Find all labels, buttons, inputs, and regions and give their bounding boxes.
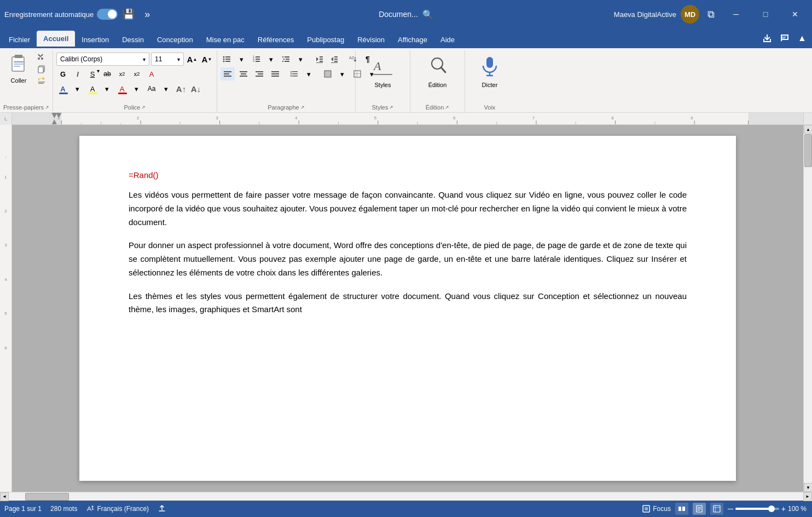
search-icon[interactable]: 🔍 [422, 9, 433, 20]
document-title[interactable]: Documen... [379, 10, 418, 19]
paragraph-2[interactable]: Pour donner un aspect professionnel à vo… [129, 239, 687, 279]
close-button[interactable]: ✕ [782, 0, 808, 28]
numbered-list-btn[interactable]: 1.2.3. [250, 53, 263, 66]
focus-mode[interactable]: Focus [642, 504, 671, 513]
read-mode-btn[interactable] [675, 503, 688, 515]
underline-button[interactable]: S [86, 67, 99, 81]
horizontal-scrollbar[interactable]: ◄ ► [0, 492, 812, 501]
tab-dessin[interactable]: Dessin [115, 31, 150, 48]
styles-button[interactable]: A Styles [366, 53, 399, 90]
tab-mise-en-page[interactable]: Mise en pac [200, 31, 251, 48]
scroll-track[interactable] [804, 134, 812, 483]
tab-references[interactable]: Références [251, 31, 300, 48]
language-indicator[interactable]: Français (France) [86, 504, 149, 513]
increase-font-btn[interactable]: A▲ [185, 53, 199, 66]
reproduire-format-button[interactable] [35, 76, 48, 87]
decrease-font-btn[interactable]: A▼ [200, 53, 213, 66]
decrease-indent-btn[interactable] [313, 53, 326, 66]
highlight-dropdown[interactable]: ▾ [101, 82, 114, 95]
tab-publipostage[interactable]: Publipostag [300, 31, 351, 48]
scroll-up-btn[interactable]: ▲ [804, 125, 812, 134]
page-info[interactable]: Page 1 sur 1 [4, 505, 42, 513]
hscroll-left-btn[interactable]: ◄ [0, 492, 9, 501]
word-count[interactable]: 280 mots [50, 505, 77, 513]
restore-window-icon[interactable]: ⧉ [704, 7, 719, 22]
para-expand-icon[interactable]: ↗ [300, 105, 305, 110]
zoom-plus[interactable]: + [781, 504, 786, 513]
text-color-btn2[interactable]: A [115, 82, 129, 95]
font-color-btn[interactable]: A [56, 82, 69, 95]
hscroll-track[interactable] [9, 492, 803, 501]
multilevel-dropdown[interactable]: ▾ [294, 53, 308, 66]
line-spacing-dropdown[interactable]: ▾ [303, 67, 316, 81]
change-case-dropdown[interactable]: ▾ [160, 82, 173, 95]
coller-button[interactable]: Coller [4, 51, 33, 86]
italic-button[interactable]: I [71, 67, 84, 81]
user-name[interactable]: Maeva DigitalActive [614, 10, 676, 19]
bullet-list-dropdown[interactable]: ▾ [235, 53, 248, 66]
superscript-button[interactable]: x2 [130, 67, 143, 81]
tab-insertion[interactable]: Insertion [75, 31, 115, 48]
subscript-button[interactable]: x2 [115, 67, 129, 81]
edition-button[interactable]: Édition [421, 53, 454, 90]
copier-button[interactable] [35, 64, 48, 74]
tab-accueil[interactable]: Accueil [37, 31, 75, 48]
clipboard-expand-icon[interactable]: ↗ [45, 105, 49, 110]
tab-fichier[interactable]: Fichier [2, 31, 37, 48]
upload-status[interactable] [158, 504, 166, 513]
align-center-btn[interactable] [236, 67, 251, 81]
shading-dropdown[interactable]: ▾ [336, 67, 349, 81]
hscroll-thumb[interactable] [25, 493, 69, 501]
text-color-dropdown2[interactable]: ▾ [130, 82, 143, 95]
scroll-thumb[interactable] [804, 134, 812, 167]
align-left-btn[interactable] [221, 67, 235, 81]
change-case-btn[interactable]: Aa [145, 82, 158, 95]
bullet-list-btn[interactable] [221, 53, 234, 66]
tab-affichage[interactable]: Affichage [391, 31, 434, 48]
tab-revision[interactable]: Révision [351, 31, 391, 48]
avatar[interactable]: MD [681, 5, 699, 24]
increase-indent-btn[interactable] [328, 53, 341, 66]
more-commands-icon[interactable]: » [140, 7, 155, 22]
autosave-toggle[interactable] [97, 9, 118, 20]
paragraph-1[interactable]: Les vidéos vous permettent de faire pass… [129, 188, 687, 229]
document-page[interactable]: =Rand() Les vidéos vous permettent de fa… [79, 136, 736, 481]
dicter-button[interactable]: Dicter [473, 53, 506, 90]
grow-font-btn[interactable]: A↑ [175, 82, 188, 95]
tab-conception[interactable]: Conception [150, 31, 200, 48]
zoom-minus[interactable]: ─ [728, 504, 733, 513]
zoom-thumb[interactable] [768, 505, 775, 512]
highlight-btn[interactable]: A [86, 82, 99, 95]
font-name-dropdown[interactable]: Calibri (Corps) [56, 53, 149, 66]
hscroll-right-btn[interactable]: ► [803, 492, 812, 501]
maximize-button[interactable]: □ [753, 0, 778, 28]
clear-format-btn[interactable]: A [145, 67, 158, 81]
paragraph-3[interactable]: Les thèmes et les styles vous permettent… [129, 290, 687, 317]
collapse-ribbon-icon[interactable]: ▲ [794, 31, 810, 46]
save-icon[interactable]: 💾 [121, 7, 136, 22]
strikethrough-button[interactable]: ab [101, 67, 114, 81]
styles-expand-icon[interactable]: ↗ [389, 105, 393, 110]
vertical-scrollbar[interactable]: ▲ ▼ [803, 125, 812, 492]
align-right-btn[interactable] [252, 67, 266, 81]
minimize-button[interactable]: ─ [723, 0, 749, 28]
share-icon[interactable] [759, 31, 775, 46]
line-spacing-btn[interactable] [288, 67, 301, 81]
justify-btn[interactable] [268, 67, 282, 81]
ruler-corner[interactable]: L [0, 113, 12, 125]
font-size-dropdown[interactable]: 11 [151, 53, 184, 66]
edition-expand-icon[interactable]: ↗ [445, 105, 449, 110]
shading-btn[interactable] [321, 67, 334, 81]
scroll-down-btn[interactable]: ▼ [804, 483, 812, 492]
tab-aide[interactable]: Aide [434, 31, 461, 48]
bold-button[interactable]: G [56, 67, 69, 81]
web-layout-btn[interactable] [710, 503, 723, 515]
font-color-dropdown[interactable]: ▾ [71, 82, 84, 95]
numbered-list-dropdown[interactable]: ▾ [265, 53, 278, 66]
couper-button[interactable] [35, 51, 48, 62]
police-expand-icon[interactable]: ↗ [141, 105, 146, 110]
comment-icon[interactable] [777, 31, 792, 46]
zoom-percent[interactable]: 100 % [788, 505, 808, 513]
zoom-slider-track[interactable] [735, 508, 779, 510]
shrink-font-btn[interactable]: A↓ [189, 82, 202, 95]
